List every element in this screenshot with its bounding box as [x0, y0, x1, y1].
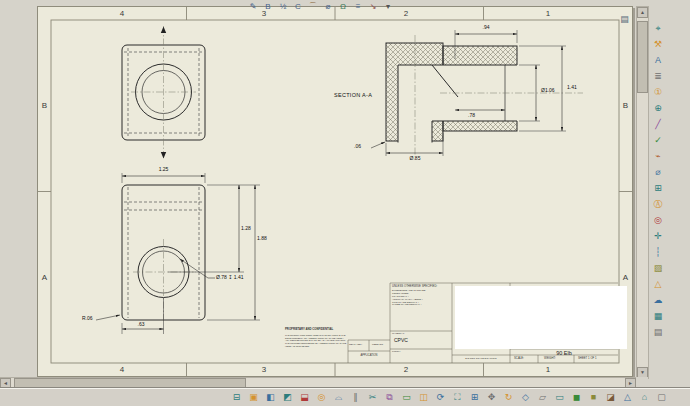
rotate-view-icon[interactable]: ↻	[502, 391, 515, 404]
detail-view-icon[interactable]: ◎	[315, 391, 328, 404]
broken-out-section-icon[interactable]: ⌓	[332, 391, 345, 404]
full-screen-icon[interactable]: ▢	[655, 391, 668, 404]
model-view-icon[interactable]: ▣	[247, 391, 260, 404]
icon-glyph: ▨	[654, 262, 663, 275]
weld-symbol-icon[interactable]: ⌁	[652, 150, 665, 163]
datum-feature-icon[interactable]: Ⓐ	[652, 198, 665, 211]
view-orientation-icon[interactable]: ⌂	[638, 391, 651, 404]
centerline-icon[interactable]: ┆	[652, 246, 665, 259]
drawing-view-toolbar-icons: ⊟ ▣ ◧ ◩ ⬓ ◎ ⌓ ∥ ✂ ⧉ ▭ ◫	[230, 391, 668, 404]
icon-glyph: ⌀	[326, 1, 331, 12]
leader-style-icon[interactable]: ↘	[367, 1, 379, 12]
model-items-icon[interactable]: ⚒	[652, 38, 665, 51]
alternate-position-icon[interactable]: ⧉	[383, 391, 396, 404]
dimension-wall-step[interactable]: .06	[354, 143, 361, 149]
bold-icon[interactable]: B	[262, 1, 274, 12]
hidden-lines-removed-icon[interactable]: ▭	[553, 391, 566, 404]
icon-glyph: ◼	[573, 391, 580, 404]
replace-model-icon[interactable]: ⟳	[434, 391, 447, 404]
surface-finish-icon[interactable]: ✓	[652, 134, 665, 147]
dimension-corner-radius[interactable]: R.06	[82, 315, 93, 321]
zoom-to-fit-icon[interactable]: ⛶	[451, 391, 464, 404]
dimension-socket-bore[interactable]: Ø1.06	[541, 87, 555, 93]
pan-icon[interactable]: ✥	[485, 391, 498, 404]
crop-view-icon[interactable]: ✂	[366, 391, 379, 404]
break-view-icon[interactable]: ∥	[349, 391, 362, 404]
empty-view-icon[interactable]: ▭	[400, 391, 413, 404]
dimension-overall-front-height[interactable]: 1.88	[257, 235, 267, 241]
shaded-icon[interactable]: ■	[587, 391, 600, 404]
revision-cloud-icon[interactable]: ☁	[652, 294, 665, 307]
section-view-icon[interactable]: ⬓	[298, 391, 311, 404]
balloon-icon[interactable]: ①	[652, 86, 665, 99]
bom-table-icon[interactable]: ▤	[652, 326, 665, 339]
datum-target-icon[interactable]: ◎	[652, 214, 665, 227]
general-table-icon[interactable]: ▦	[652, 310, 665, 323]
icon-glyph: ⌓	[335, 391, 342, 404]
dimension-socket-depth[interactable]: .94	[463, 24, 509, 30]
zone-labels-bottom: 4321	[51, 363, 619, 376]
icon-glyph: ✓	[654, 134, 662, 147]
standard-3-view-icon[interactable]: ⊟	[230, 391, 243, 404]
predefined-view-icon[interactable]: ◫	[417, 391, 430, 404]
more-options-icon[interactable]: ▾	[382, 1, 394, 12]
icon-glyph: ✥	[488, 391, 496, 404]
arc-length-icon[interactable]: ⌒	[307, 1, 319, 12]
auxiliary-view-icon[interactable]: ◩	[281, 391, 294, 404]
wireframe-icon[interactable]: ◇	[519, 391, 532, 404]
center-text-icon[interactable]: C	[292, 1, 304, 12]
vertical-scrollbar[interactable]: ▲ ▼	[636, 6, 649, 379]
icon-glyph: ◧	[266, 391, 275, 404]
icon-glyph: ⌒	[309, 1, 317, 12]
sheet-properties-icon[interactable]: ▤	[618, 13, 631, 26]
align-text-icon[interactable]: ≡	[352, 1, 364, 12]
icon-glyph: C	[295, 1, 301, 12]
dimension-bore-depth[interactable]: .78	[468, 112, 475, 118]
dimension-overall-height[interactable]: 1.41	[567, 84, 577, 90]
vertical-scroll-thumb[interactable]	[637, 21, 648, 93]
icon-glyph: B	[265, 1, 270, 12]
icon-glyph: ⧉	[386, 391, 392, 404]
drawing-sheet[interactable]: 4321 4321 BA BA SECTION A-A .94 Ø1.06 1.…	[37, 6, 633, 377]
auto-balloon-icon[interactable]: ⊕	[652, 102, 665, 115]
linear-note-pattern-icon[interactable]: ≣	[652, 70, 665, 83]
center-mark-icon[interactable]: ✛	[652, 230, 665, 243]
insert-symbol-icon[interactable]: Ω	[337, 1, 349, 12]
icon-glyph: ↻	[505, 391, 513, 404]
stacked-fraction-icon[interactable]: ½	[277, 1, 289, 12]
zoom-to-area-icon[interactable]: ⊞	[468, 391, 481, 404]
revision-symbol-icon[interactable]: △	[652, 278, 665, 291]
zone-label: 1	[546, 7, 550, 20]
icon-glyph: ◎	[654, 214, 662, 227]
dimension-hole-center-height[interactable]: 1.28	[241, 225, 251, 231]
perspective-icon[interactable]: △	[621, 391, 634, 404]
icon-glyph: ▤	[654, 326, 663, 339]
section-view[interactable]	[371, 30, 583, 157]
bottom-view[interactable]	[96, 173, 260, 334]
draft-quality-icon[interactable]: ◪	[604, 391, 617, 404]
diameter-symbol-icon[interactable]: ⌀	[322, 1, 334, 12]
dimension-hole-offset[interactable]: .63	[126, 321, 156, 327]
area-hatch-icon[interactable]: ▨	[652, 262, 665, 275]
scroll-up-button[interactable]: ▲	[637, 7, 648, 18]
format-painter-icon[interactable]: ✎	[247, 1, 259, 12]
section-view-label[interactable]: SECTION A-A	[334, 92, 372, 98]
dimension-front-width[interactable]: 1.25	[141, 166, 186, 172]
shaded-with-edges-icon[interactable]: ◼	[570, 391, 583, 404]
hidden-lines-visible-icon[interactable]: ▱	[536, 391, 549, 404]
icon-glyph: ◩	[283, 391, 292, 404]
projected-view-icon[interactable]: ◧	[264, 391, 277, 404]
front-view[interactable]	[122, 26, 205, 159]
magnetic-line-icon[interactable]: ╱	[652, 118, 665, 131]
smart-dimension-icon[interactable]: ⌖	[652, 22, 665, 35]
geometric-tolerance-icon[interactable]: ⊞	[652, 182, 665, 195]
sheet-number-label: SHEET 1 OF 1	[578, 357, 597, 360]
hole-callout-icon[interactable]: ⌀	[652, 166, 665, 179]
note-icon[interactable]: A	[652, 54, 665, 67]
dimension-bottom-opening[interactable]: Ø.85	[392, 155, 438, 161]
icon-glyph: ⊕	[654, 102, 662, 115]
icon-glyph: △	[624, 391, 631, 404]
drawing-viewport[interactable]: 4321 4321 BA BA SECTION A-A .94 Ø1.06 1.…	[0, 0, 636, 377]
icon-glyph: ✎	[250, 1, 257, 12]
hole-callout-annotation[interactable]: Ø.78 ↧ 1.41	[216, 274, 244, 280]
